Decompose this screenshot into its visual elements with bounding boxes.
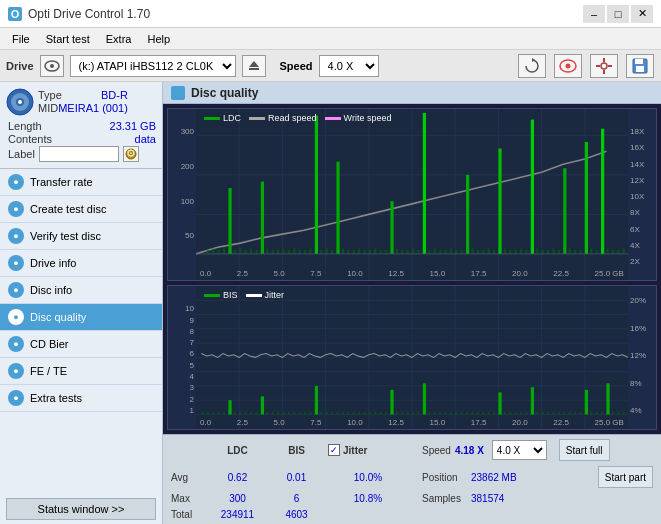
svg-rect-162 <box>326 412 328 415</box>
menu-start-test[interactable]: Start test <box>38 31 98 47</box>
svg-rect-40 <box>423 113 426 254</box>
start-full-button[interactable]: Start full <box>559 439 610 461</box>
read-speed-legend-color <box>249 117 265 120</box>
svg-rect-61 <box>293 249 295 254</box>
svg-rect-48 <box>212 249 214 254</box>
svg-rect-198 <box>542 412 544 415</box>
drive-selector[interactable]: (k:) ATAPI iHBS112 2 CL0K <box>70 55 236 77</box>
drive-icon-button[interactable] <box>40 55 64 77</box>
charts-area: 300 200 100 50 LDC <box>163 104 661 434</box>
svg-rect-13 <box>635 59 643 64</box>
menu-help[interactable]: Help <box>139 31 178 47</box>
svg-point-1 <box>50 64 54 68</box>
svg-rect-91 <box>482 250 484 254</box>
jitter-checkbox[interactable]: ✓ <box>328 444 340 456</box>
nav-item-disc-quality[interactable]: ●Disc quality <box>0 304 162 331</box>
speed-selector-2[interactable]: 4.0 X <box>492 440 547 460</box>
drivebar: Drive (k:) ATAPI iHBS112 2 CL0K Speed 4.… <box>0 50 661 82</box>
nav-icon-disc-quality: ● <box>8 309 24 325</box>
svg-rect-11 <box>608 65 612 67</box>
total-label: Total <box>171 509 206 520</box>
nav-item-fe-te[interactable]: ●FE / TE <box>0 358 162 385</box>
svg-rect-181 <box>439 412 441 415</box>
svg-rect-172 <box>380 412 382 415</box>
svg-rect-77 <box>396 249 398 254</box>
svg-rect-168 <box>358 412 360 415</box>
svg-rect-44 <box>563 168 566 254</box>
start-part-button[interactable]: Start part <box>598 466 653 488</box>
refresh-button[interactable] <box>518 54 546 78</box>
disc-quality-title: Disc quality <box>191 86 258 100</box>
stats-bar: LDC BIS ✓ Jitter Speed 4.18 X 4.0 X Star… <box>163 434 661 524</box>
label-browse-button[interactable]: ⚙ <box>123 146 139 162</box>
bis-legend-label: BIS <box>223 290 238 300</box>
nav-items: ●Transfer rate●Create test disc●Verify t… <box>0 169 162 412</box>
chart1-svg <box>196 109 628 280</box>
chart1-y-right: 18X 16X 14X 12X 10X 8X 6X 4X 2X <box>628 109 656 280</box>
svg-rect-102 <box>552 249 554 254</box>
speed-selector[interactable]: 4.0 X <box>319 55 379 77</box>
disc-label-row: Label ⚙ <box>8 146 156 162</box>
svg-rect-83 <box>434 249 436 254</box>
nav-item-extra-tests[interactable]: ●Extra tests <box>0 385 162 412</box>
svg-rect-104 <box>569 249 571 254</box>
nav-item-transfer-rate[interactable]: ●Transfer rate <box>0 169 162 196</box>
nav-item-create-test-disc[interactable]: ●Create test disc <box>0 196 162 223</box>
status-window-button[interactable]: Status window >> <box>6 498 156 520</box>
avg-jitter: 10.0% <box>328 472 408 483</box>
jitter-legend-color <box>246 294 262 297</box>
svg-rect-65 <box>320 250 322 254</box>
max-jitter: 10.8% <box>328 493 408 504</box>
media-button[interactable] <box>554 54 582 78</box>
svg-rect-180 <box>434 412 436 415</box>
nav-item-verify-test-disc[interactable]: ●Verify test disc <box>0 223 162 250</box>
close-button[interactable]: ✕ <box>631 5 653 23</box>
nav-label-disc-info: Disc info <box>30 284 72 296</box>
nav-item-drive-info[interactable]: ●Drive info <box>0 250 162 277</box>
svg-rect-160 <box>309 412 311 415</box>
svg-rect-39 <box>390 201 393 254</box>
sidebar: Type BD-R MID MEIRA1 (001) Length 23.31 … <box>0 82 163 524</box>
write-speed-legend-color <box>325 117 341 120</box>
save-button[interactable] <box>626 54 654 78</box>
disc-contents-row: Contents data <box>8 133 156 145</box>
svg-rect-10 <box>596 65 600 67</box>
speed-label: Speed <box>280 60 313 72</box>
svg-rect-157 <box>293 412 295 415</box>
svg-rect-159 <box>304 412 306 415</box>
svg-rect-166 <box>347 412 349 415</box>
svg-rect-154 <box>277 412 279 415</box>
svg-rect-183 <box>450 412 452 415</box>
svg-rect-158 <box>299 412 301 415</box>
chart1-inner: LDC Read speed Write speed <box>196 109 628 280</box>
menu-file[interactable]: File <box>4 31 38 47</box>
minimize-button[interactable]: – <box>583 5 605 23</box>
svg-rect-211 <box>623 412 625 415</box>
svg-rect-207 <box>596 412 598 415</box>
bis-chart: 10 9 8 7 6 5 4 3 2 1 <box>167 285 657 430</box>
svg-rect-146 <box>223 412 225 415</box>
avg-label: Avg <box>171 472 206 483</box>
svg-rect-71 <box>358 249 360 254</box>
menu-extra[interactable]: Extra <box>98 31 140 47</box>
write-speed-legend: Write speed <box>325 113 392 123</box>
eject-button[interactable] <box>242 55 266 77</box>
svg-rect-84 <box>439 250 441 254</box>
nav-item-cd-bier[interactable]: ●CD Bier <box>0 331 162 358</box>
svg-rect-101 <box>547 250 549 254</box>
svg-rect-190 <box>488 412 490 415</box>
svg-rect-8 <box>603 58 605 62</box>
stats-header-row: LDC BIS ✓ Jitter Speed 4.18 X 4.0 X Star… <box>171 439 653 461</box>
label-input[interactable] <box>39 146 119 162</box>
svg-rect-192 <box>504 412 506 415</box>
svg-rect-208 <box>601 412 603 415</box>
app-icon: O <box>8 7 22 21</box>
settings-button[interactable] <box>590 54 618 78</box>
svg-rect-174 <box>396 412 398 415</box>
maximize-button[interactable]: □ <box>607 5 629 23</box>
nav-label-create-test-disc: Create test disc <box>30 203 106 215</box>
svg-rect-55 <box>255 250 257 254</box>
svg-rect-135 <box>315 386 318 415</box>
svg-rect-80 <box>412 249 414 254</box>
nav-item-disc-info[interactable]: ●Disc info <box>0 277 162 304</box>
